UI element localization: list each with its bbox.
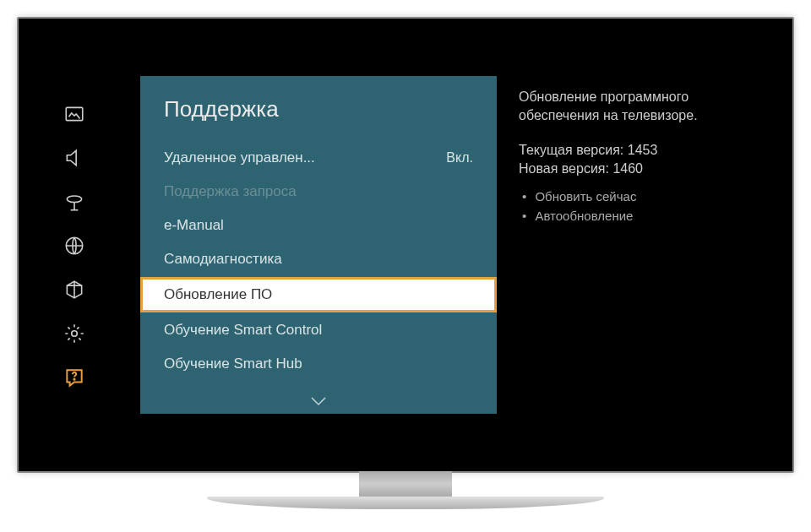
menu-item-request-support: Поддержка запроса xyxy=(140,175,497,209)
settings-panel: Поддержка Удаленное управлен... Вкл. Под… xyxy=(140,76,497,414)
tv-screen: Поддержка Удаленное управлен... Вкл. Под… xyxy=(24,24,787,466)
menu-item-label: e-Manual xyxy=(164,217,224,234)
svg-point-3 xyxy=(72,331,78,337)
support-icon[interactable] xyxy=(62,365,87,390)
panel-title: Поддержка xyxy=(140,96,497,141)
menu-item-value: Вкл. xyxy=(446,150,473,166)
network-icon[interactable] xyxy=(62,233,87,258)
tv-stand-neck xyxy=(359,471,452,497)
menu-item-label: Самодиагностика xyxy=(164,251,282,268)
svg-rect-0 xyxy=(66,107,83,120)
tv-frame: Поддержка Удаленное управлен... Вкл. Под… xyxy=(17,17,794,473)
info-sub-item: Обновить сейчас xyxy=(522,187,762,207)
menu-item-label: Обучение Smart Hub xyxy=(164,356,302,372)
menu-item-emanual[interactable]: e-Manual xyxy=(140,209,497,242)
menu-item-smart-control-tutorial[interactable]: Обучение Smart Control xyxy=(140,313,497,347)
new-version: Новая версия: 1460 xyxy=(519,160,762,178)
menu-item-label: Поддержка запроса xyxy=(164,183,297,200)
picture-icon[interactable] xyxy=(62,101,87,127)
info-sublist: Обновить сейчас Автообновление xyxy=(519,187,762,225)
sidebar xyxy=(24,24,83,466)
menu-item-remote-management[interactable]: Удаленное управлен... Вкл. xyxy=(140,141,497,175)
menu-item-software-update[interactable]: Обновление ПО xyxy=(140,277,497,312)
svg-point-1 xyxy=(67,196,81,203)
current-version: Текущая версия: 1453 xyxy=(519,141,762,160)
menu-item-label: Обновление ПО xyxy=(164,286,272,303)
menu-list: Удаленное управлен... Вкл. Поддержка зап… xyxy=(140,141,497,381)
settings-icon[interactable] xyxy=(62,321,87,346)
svg-point-4 xyxy=(73,379,74,380)
menu-item-smart-hub-tutorial[interactable]: Обучение Smart Hub xyxy=(140,347,497,381)
chevron-down-icon[interactable] xyxy=(140,381,497,410)
info-sub-item: Автообновление xyxy=(522,207,762,226)
sound-icon[interactable] xyxy=(62,145,87,171)
tv-stand-base xyxy=(207,497,604,509)
info-versions: Текущая версия: 1453 Новая версия: 1460 xyxy=(519,141,762,177)
menu-item-label: Обучение Smart Control xyxy=(164,322,322,339)
info-description: Обновление программного обеспечения на т… xyxy=(519,88,762,124)
broadcast-icon[interactable] xyxy=(62,189,87,214)
info-panel: Обновление программного обеспечения на т… xyxy=(497,24,787,466)
menu-item-self-diagnosis[interactable]: Самодиагностика xyxy=(140,242,497,276)
system-icon[interactable] xyxy=(62,277,87,302)
menu-item-label: Удаленное управлен... xyxy=(164,149,315,166)
